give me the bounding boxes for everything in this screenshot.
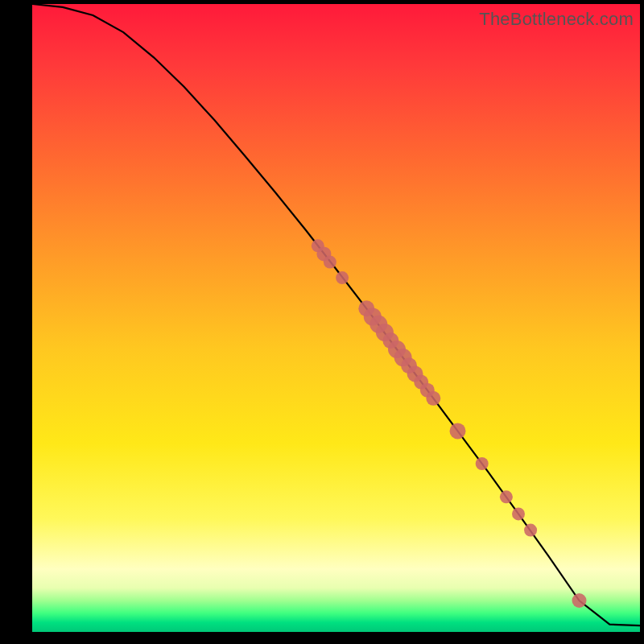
- data-point: [336, 271, 349, 284]
- chart-svg: [32, 4, 640, 632]
- performance-curve: [32, 4, 640, 625]
- data-point: [324, 256, 336, 269]
- data-point: [500, 490, 513, 503]
- data-point: [572, 593, 587, 608]
- data-point: [450, 423, 466, 439]
- chart-frame: TheBottleneck.com: [32, 4, 640, 632]
- curve-layer: [32, 4, 640, 625]
- data-point: [426, 391, 440, 406]
- watermark-text: TheBottleneck.com: [479, 9, 634, 30]
- plot-area: TheBottleneck.com: [32, 4, 640, 632]
- data-point: [476, 457, 489, 470]
- data-point: [524, 524, 537, 537]
- data-point: [512, 507, 525, 520]
